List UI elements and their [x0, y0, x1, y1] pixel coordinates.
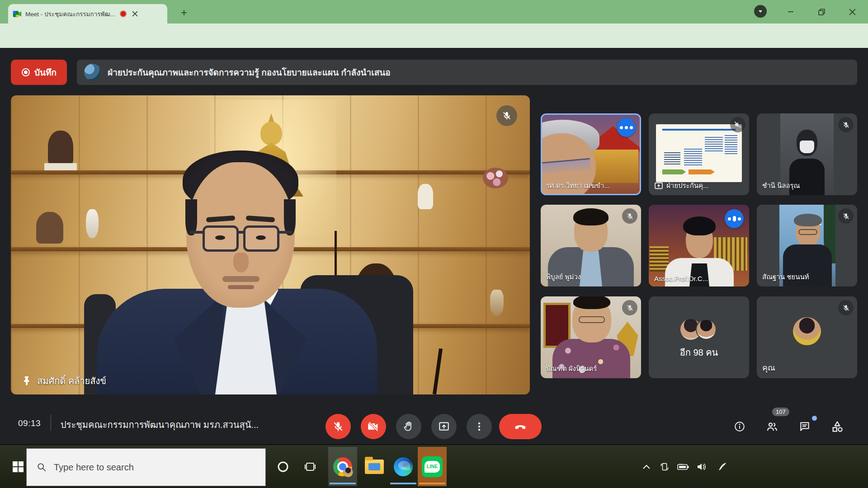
browser-profile-menu-icon[interactable] — [754, 5, 767, 18]
presenting-banner: ฝ่ายประกันคุณภาพและการจัดการความรู้ กองน… — [77, 60, 857, 85]
camera-toggle-button[interactable] — [361, 414, 386, 439]
participant-name: พิบูลย์ พูม่วง — [546, 272, 581, 282]
windows-taskbar: Type here to search LINE » Desktop — [0, 444, 868, 488]
edge-icon — [394, 457, 413, 476]
recording-button[interactable]: บันทึก — [11, 60, 67, 85]
taskbar-search-input[interactable]: Type here to search — [26, 448, 266, 486]
participant-tile[interactable]: พิบูลย์ พูม่วง — [541, 205, 641, 286]
browser-titlebar: Meet - ประชุมคณะกรรมการพัฒ... + — [0, 0, 868, 23]
mic-muted-icon — [622, 208, 637, 224]
task-view-button[interactable] — [299, 445, 321, 488]
self-avatar — [793, 317, 821, 345]
pin-icon — [23, 376, 31, 386]
mic-muted-icon — [496, 105, 517, 126]
more-options-button[interactable] — [467, 414, 492, 439]
mic-muted-icon — [838, 208, 854, 224]
participant-tile[interactable]: รศ.ดร.วิทยา เมฆขำ... — [541, 113, 641, 195]
pinned-participant-name: สมศักดิ์ คล้ายสังข์ — [23, 374, 106, 388]
participant-tile[interactable]: บัณฑิต ผังนิรันดร์ — [541, 296, 641, 378]
browser-tab[interactable]: Meet - ประชุมคณะกรรมการพัฒ... — [8, 4, 167, 23]
chat-notification-dot — [812, 416, 817, 421]
participant-tile[interactable]: OЯ สัณฐาน ชยนนท์ — [757, 205, 857, 286]
self-label: คุณ — [762, 361, 775, 374]
mic-muted-icon — [838, 300, 854, 315]
tray-show-hidden-icons-button[interactable] — [638, 445, 655, 488]
taskbar-chrome-button[interactable] — [328, 447, 357, 486]
file-explorer-icon — [365, 460, 384, 474]
participant-name: บัณฑิต ผังนิรันดร์ — [546, 363, 597, 374]
windows-logo-icon — [13, 461, 24, 472]
window-minimize-button[interactable] — [780, 0, 801, 23]
cortana-button[interactable] — [272, 445, 294, 488]
meet-app: บันทึก ฝ่ายประกันคุณภาพและการจัดการความร… — [0, 48, 868, 444]
task-view-icon — [304, 461, 316, 473]
tray-pen-icon[interactable] — [714, 445, 731, 488]
mic-muted-icon — [838, 117, 854, 132]
tab-recording-indicator-icon — [120, 10, 127, 17]
tray-volume-icon[interactable] — [693, 445, 711, 488]
participant-avatar — [696, 319, 717, 340]
participant-name: สัณฐาน ชยนนท์ — [762, 272, 809, 282]
meeting-details-button[interactable] — [731, 418, 749, 436]
meeting-clock: 09:13 — [18, 418, 41, 428]
main-video-tile[interactable]: สมศักดิ์ คล้ายสังข์ — [11, 95, 530, 394]
end-call-button[interactable] — [499, 414, 542, 439]
line-app-icon: LINE — [422, 456, 443, 477]
participants-button[interactable] — [763, 418, 781, 436]
new-tab-button[interactable]: + — [177, 6, 191, 20]
chat-button[interactable] — [796, 418, 814, 436]
raise-hand-button[interactable] — [396, 414, 421, 439]
presentation-tile[interactable]: ฝ่ายประกันคุ... — [649, 113, 749, 195]
mic-muted-icon — [622, 300, 637, 315]
chrome-icon — [333, 457, 352, 476]
taskbar-file-explorer-button[interactable] — [360, 447, 389, 486]
meet-favicon-icon — [13, 10, 22, 18]
tab-title: Meet - ประชุมคณะกรรมการพัฒ... — [25, 9, 115, 19]
participant-name: Assoc.Prof.Dr.C... — [654, 275, 708, 282]
browser-toolbar: meet.google.com/ktc-xdys-wdb G — [0, 23, 868, 48]
screen-share-icon — [654, 182, 663, 189]
self-view-tile[interactable]: คุณ — [757, 296, 857, 378]
participant-tile[interactable]: Assoc.Prof.Dr.C... — [649, 205, 749, 286]
speaking-indicator-icon — [725, 209, 744, 228]
window-restore-button[interactable] — [811, 0, 832, 23]
search-placeholder: Type here to search — [54, 462, 134, 473]
tray-rotation-lock-icon[interactable] — [656, 445, 673, 488]
participant-name: รศ.ดร.วิทยา เมฆขำ... — [546, 180, 610, 191]
mic-toggle-button[interactable] — [326, 414, 351, 439]
presenting-banner-text: ฝ่ายประกันคุณภาพและการจัดการความรู้ กองน… — [108, 66, 391, 79]
activities-button[interactable] — [828, 418, 846, 436]
participants-count-badge: 107 — [772, 408, 789, 416]
meet-bottom-bar: 09:13 ประชุมคณะกรรมการพัฒนาคุณภาพ มรภ.สว… — [0, 407, 868, 444]
window-close-button[interactable] — [842, 0, 863, 23]
presenter-avatar — [84, 64, 101, 81]
taskbar-edge-button[interactable] — [389, 447, 418, 486]
screen: Meet - ประชุมคณะกรรมการพัฒ... + — [0, 0, 868, 488]
recording-label: บันทึก — [34, 66, 57, 79]
present-screen-button[interactable] — [431, 414, 457, 439]
participant-name: ชำนิ นิลอรุณ — [762, 180, 800, 191]
record-icon — [21, 68, 30, 77]
meeting-title: ประชุมคณะกรรมการพัฒนาคุณภาพ มรภ.สวนสุนั.… — [61, 418, 259, 432]
tab-close-button[interactable] — [132, 11, 138, 17]
presentation-name: ฝ่ายประกันคุ... — [654, 180, 709, 191]
search-icon — [37, 462, 47, 472]
taskbar-line-button[interactable]: LINE — [418, 447, 447, 486]
cortana-icon — [277, 460, 289, 473]
more-participants-count: อีก 98 คน — [649, 345, 749, 360]
participant-tile[interactable]: ชำนิ นิลอรุณ — [757, 113, 857, 195]
tile-more-options-button[interactable] — [617, 118, 636, 137]
more-participants-tile[interactable]: อีก 98 คน — [649, 296, 749, 378]
tray-battery-icon[interactable] — [675, 445, 692, 488]
audio-muted-icon — [730, 117, 745, 132]
